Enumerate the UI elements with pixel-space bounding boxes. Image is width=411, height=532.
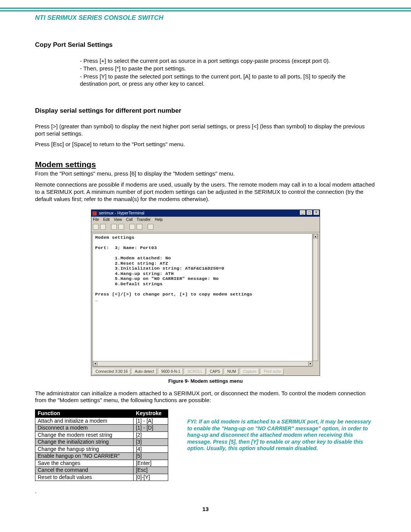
- heading-copy-port: Copy Port Serial Settings: [35, 41, 376, 49]
- list-item: Press [Y] to paste the selected port set…: [80, 73, 376, 88]
- toolbar-button[interactable]: [93, 224, 99, 230]
- heading-modem-settings: Modem settings: [35, 160, 376, 169]
- window-title: serimux - HyperTerminal: [99, 211, 144, 215]
- menu-call[interactable]: Call: [126, 217, 132, 222]
- menu-transfer[interactable]: Transfer: [137, 217, 151, 222]
- status-cell: NUM: [225, 369, 239, 375]
- paragraph: The administrator can initialize a modem…: [35, 390, 376, 404]
- minimize-button[interactable]: _: [300, 210, 305, 215]
- table-row: Change the modem reset string[2]: [35, 431, 168, 439]
- table-row: Enable hangup on "NO CARRIER"[5]: [35, 453, 168, 460]
- table-row: Save the changes[Enter]: [35, 460, 168, 467]
- paragraph: Remote connections are possible if modem…: [35, 181, 376, 203]
- list-item: Then, press [*] to paste the port settin…: [80, 65, 376, 72]
- heading-display-serial: Display serial settings for different po…: [35, 107, 376, 115]
- list-item: Press [+] to select the current port as …: [80, 58, 376, 65]
- paragraph: From the "Port settings" menu, press [6]…: [35, 170, 376, 177]
- stray-dot: .: [35, 488, 168, 495]
- scrollbar-horizontal[interactable]: [93, 361, 313, 366]
- toolbar-button[interactable]: [111, 224, 117, 230]
- table-row: Change the hangup string[4]: [35, 446, 168, 453]
- toolbar-separator: [144, 225, 146, 231]
- toolbar-button[interactable]: [148, 224, 153, 230]
- status-cell: Connected 3:30:16: [93, 369, 131, 375]
- toolbar-button[interactable]: [100, 224, 106, 230]
- toolbar-button[interactable]: [118, 224, 124, 230]
- paragraph: Press [Esc] or [Space] to return to the …: [35, 141, 376, 148]
- fyi-note: FYI: If an old modem is attached to a SE…: [187, 409, 376, 452]
- menu-help[interactable]: Help: [155, 217, 163, 222]
- table-row: Change the initialization string[3]: [35, 439, 168, 446]
- doc-header-title: NTI SERIMUX SERIES CONSOLE SWITCH: [0, 14, 411, 22]
- table-row: Cancel the command[Esc]: [35, 467, 168, 474]
- status-cell: SCROLL: [185, 369, 205, 375]
- status-bar: Connected 3:30:16 Auto detect 9600 8-N-1…: [91, 368, 320, 376]
- table-row: Disconnect a modem[1] - [D]: [35, 425, 168, 432]
- status-cell: 9600 8-N-1: [159, 369, 183, 375]
- toolbar-separator: [108, 225, 110, 231]
- th-function: Function: [35, 410, 134, 418]
- toolbar: [91, 223, 320, 232]
- th-keystroke: Keystroke: [133, 410, 168, 418]
- figure-caption: Figure 9- Modem settings menu: [35, 378, 376, 384]
- table-row: Reset to default values[0]-[Y]: [35, 474, 168, 481]
- menu-edit[interactable]: Edit: [103, 217, 110, 222]
- close-button[interactable]: ×: [314, 210, 319, 215]
- scrollbar-vertical[interactable]: [313, 234, 318, 361]
- hyperterminal-window: serimux - HyperTerminal _ □ × File Edit …: [91, 209, 320, 376]
- maximize-button[interactable]: □: [307, 210, 312, 215]
- menu-view[interactable]: View: [114, 217, 122, 222]
- menu-file[interactable]: File: [93, 217, 99, 222]
- status-cell: Capture: [241, 369, 260, 375]
- status-cell: Print echo: [261, 369, 284, 375]
- menu-bar: File Edit View Call Transfer Help: [91, 217, 320, 223]
- copy-port-bullets: Press [+] to select the current port as …: [35, 58, 376, 88]
- window-titlebar[interactable]: serimux - HyperTerminal _ □ ×: [91, 210, 320, 217]
- terminal-output[interactable]: Modem settings Port: 3; Name: Port03 1.M…: [92, 233, 312, 367]
- status-cell: Auto detect: [132, 369, 157, 375]
- table-row: Attach and initialize a modem[1] - [A]: [35, 417, 168, 425]
- function-table: Function Keystroke Attach and initialize…: [35, 409, 168, 481]
- toolbar-button[interactable]: [137, 224, 142, 230]
- header-rule: [0, 8, 411, 11]
- toolbar-separator: [126, 225, 128, 231]
- toolbar-button[interactable]: [129, 224, 135, 230]
- app-icon: [92, 211, 97, 216]
- paragraph: Press [>] (greater than symbol) to displ…: [35, 123, 376, 137]
- page-number: 13: [35, 506, 376, 513]
- status-cell: CAPS: [207, 369, 223, 375]
